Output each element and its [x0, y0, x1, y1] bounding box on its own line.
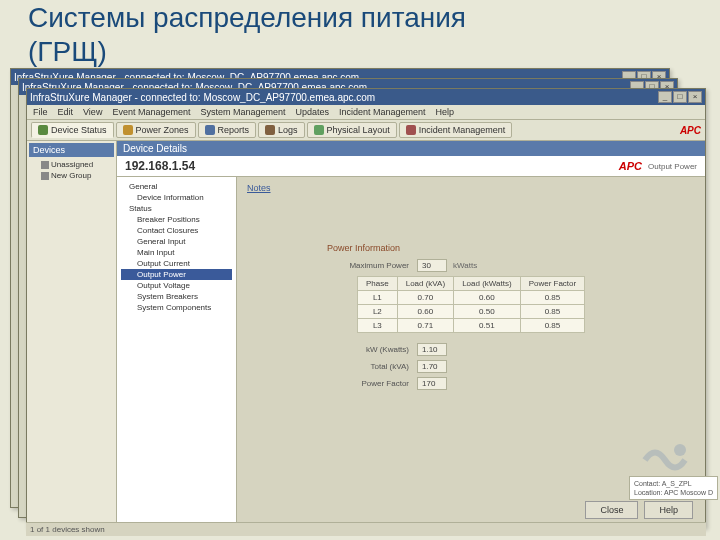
- table-row: L3 0.71 0.51 0.85: [358, 319, 585, 333]
- maximize-button[interactable]: □: [673, 91, 687, 103]
- table-row: L2 0.60 0.50 0.85: [358, 305, 585, 319]
- window-main: InfraStruXure Manager - connected to: Mo…: [26, 88, 706, 528]
- tree-new-group[interactable]: New Group: [29, 170, 114, 181]
- device-icon: [38, 125, 48, 135]
- menu-edit[interactable]: Edit: [58, 107, 74, 117]
- reports-icon: [205, 125, 215, 135]
- menu-incident-management[interactable]: Incident Management: [339, 107, 426, 117]
- device-details-title: Device Details: [117, 141, 705, 156]
- device-details-panel: Device Details 192.168.1.54 APC Output P…: [117, 141, 705, 527]
- apc-brand: APC: [619, 160, 642, 172]
- tab-reports[interactable]: Reports: [198, 122, 257, 138]
- menu-view[interactable]: View: [83, 107, 102, 117]
- slide-subtitle: (ГРЩ): [28, 36, 107, 68]
- tree-contact-closures[interactable]: Contact Closures: [121, 225, 232, 236]
- col-pf: Power Factor: [520, 277, 585, 291]
- max-power-unit: kWatts: [447, 261, 477, 270]
- menu-event-management[interactable]: Event Management: [112, 107, 190, 117]
- tree-system-breakers[interactable]: System Breakers: [121, 291, 232, 302]
- toolbar: Device Status Power Zones Reports Logs P…: [27, 120, 705, 141]
- pf-value: 170: [417, 377, 447, 390]
- power-table: Phase Load (kVA) Load (kWatts) Power Fac…: [357, 276, 585, 333]
- detail-content: Notes Power Information Maximum Power 30…: [237, 177, 705, 527]
- slide-title: Системы распределения питания: [28, 2, 466, 34]
- tree-output-voltage[interactable]: Output Voltage: [121, 280, 232, 291]
- window-title: InfraStruXure Manager - connected to: Mo…: [30, 92, 658, 103]
- max-power-value: 30: [417, 259, 447, 272]
- detail-tree: General Device Information Status Breake…: [117, 177, 237, 527]
- tab-device-status[interactable]: Device Status: [31, 122, 114, 138]
- folder-icon: [41, 161, 49, 169]
- folder-icon: [41, 172, 49, 180]
- minimize-button[interactable]: _: [658, 91, 672, 103]
- location-text: Location: APC Moscow D: [634, 488, 713, 497]
- total-kva-value: 1.70: [417, 360, 447, 373]
- watermark-icon: [640, 440, 690, 480]
- tree-status[interactable]: Status: [121, 203, 232, 214]
- incident-icon: [406, 125, 416, 135]
- tab-incident-management[interactable]: Incident Management: [399, 122, 513, 138]
- tree-system-components[interactable]: System Components: [121, 302, 232, 313]
- help-button[interactable]: Help: [644, 501, 693, 519]
- tree-unassigned[interactable]: Unassigned: [29, 159, 114, 170]
- menu-system-management[interactable]: System Management: [200, 107, 285, 117]
- max-power-label: Maximum Power: [347, 261, 417, 270]
- pf-label: Power Factor: [347, 379, 417, 388]
- devices-panel: Devices Unassigned New Group: [27, 141, 117, 527]
- logs-icon: [265, 125, 275, 135]
- tree-general-input[interactable]: General Input: [121, 236, 232, 247]
- menu-file[interactable]: File: [33, 107, 48, 117]
- tab-physical-layout[interactable]: Physical Layout: [307, 122, 397, 138]
- kw-label: kW (Kwatts): [347, 345, 417, 354]
- menu-help[interactable]: Help: [436, 107, 455, 117]
- contact-text: Contact: A_S_ZPL: [634, 479, 713, 488]
- tab-power-zones[interactable]: Power Zones: [116, 122, 196, 138]
- col-load-kva: Load (kVA): [397, 277, 453, 291]
- power-info-heading: Power Information: [327, 243, 695, 253]
- devices-panel-title: Devices: [29, 143, 114, 157]
- tree-device-info[interactable]: Device Information: [121, 192, 232, 203]
- layout-icon: [314, 125, 324, 135]
- col-phase: Phase: [358, 277, 398, 291]
- notes-link[interactable]: Notes: [247, 183, 271, 193]
- tab-logs[interactable]: Logs: [258, 122, 305, 138]
- svg-point-0: [674, 444, 686, 456]
- tree-output-current[interactable]: Output Current: [121, 258, 232, 269]
- tree-main-input[interactable]: Main Input: [121, 247, 232, 258]
- tree-output-power[interactable]: Output Power: [121, 269, 232, 280]
- col-load-kw: Load (kWatts): [454, 277, 521, 291]
- output-power-label: Output Power: [648, 162, 697, 171]
- close-button[interactable]: ×: [688, 91, 702, 103]
- menubar: File Edit View Event Management System M…: [27, 105, 705, 120]
- power-icon: [123, 125, 133, 135]
- statusbar: 1 of 1 devices shown: [26, 522, 706, 536]
- apc-logo: APC: [680, 125, 701, 136]
- table-row: L1 0.70 0.60 0.85: [358, 291, 585, 305]
- tree-breaker-positions[interactable]: Breaker Positions: [121, 214, 232, 225]
- kw-value: 1.10: [417, 343, 447, 356]
- menu-updates[interactable]: Updates: [295, 107, 329, 117]
- total-kva-label: Total (kVA): [347, 362, 417, 371]
- close-button[interactable]: Close: [585, 501, 638, 519]
- device-ip: 192.168.1.54: [125, 159, 195, 173]
- tree-general[interactable]: General: [121, 181, 232, 192]
